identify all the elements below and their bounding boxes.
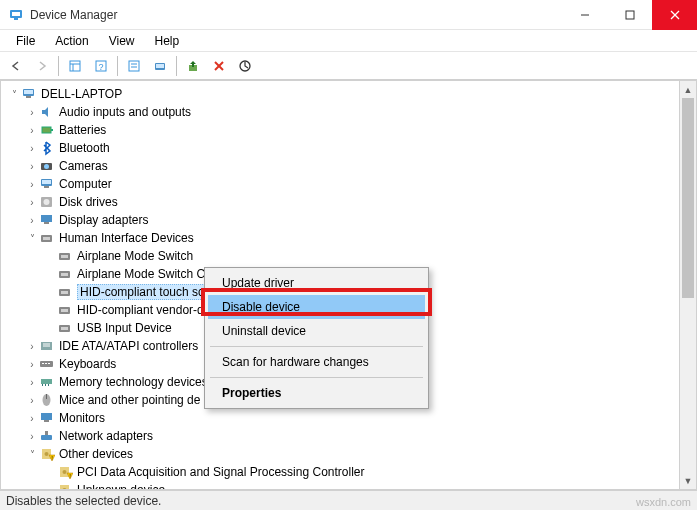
expander-icon[interactable]: › — [25, 395, 39, 406]
tree-category-label: Batteries — [59, 123, 106, 137]
ctx-update-driver[interactable]: Update driver — [208, 271, 425, 295]
disable-button[interactable] — [233, 54, 257, 78]
menu-help[interactable]: Help — [145, 31, 190, 51]
svg-rect-24 — [42, 127, 51, 133]
update-driver-button[interactable] — [181, 54, 205, 78]
expander-icon[interactable]: ˅ — [25, 449, 39, 460]
ctx-properties[interactable]: Properties — [208, 381, 425, 405]
status-bar: Disables the selected device. — [0, 490, 697, 510]
svg-rect-33 — [41, 215, 52, 222]
context-menu: Update driver Disable device Uninstall d… — [204, 267, 429, 409]
maximize-button[interactable] — [607, 0, 652, 30]
expander-icon[interactable]: › — [25, 179, 39, 190]
tree-category[interactable]: › Audio inputs and outputs — [7, 103, 696, 121]
expander-icon[interactable]: › — [25, 359, 39, 370]
expander-icon[interactable]: › — [25, 107, 39, 118]
forward-button[interactable] — [30, 54, 54, 78]
other-icon: ! — [57, 482, 73, 490]
svg-rect-52 — [45, 363, 47, 364]
tree-category[interactable]: ˅ Human Interface Devices — [7, 229, 696, 247]
expander-icon[interactable]: › — [25, 215, 39, 226]
expander-icon[interactable]: › — [25, 161, 39, 172]
ctx-separator — [210, 346, 423, 347]
tree-device[interactable]: ! Unknown device — [7, 481, 696, 490]
tree-category-label: IDE ATA/ATAPI controllers — [59, 339, 198, 353]
vertical-scrollbar[interactable]: ▲ ▼ — [679, 81, 696, 489]
close-button[interactable] — [652, 0, 697, 30]
tree-device-label: USB Input Device — [77, 321, 172, 335]
tree-category[interactable]: › Display adapters — [7, 211, 696, 229]
tree-category[interactable]: › Network adapters — [7, 427, 696, 445]
expander-icon[interactable]: ˅ — [25, 233, 39, 244]
tree-category[interactable]: › Bluetooth — [7, 139, 696, 157]
other-icon: ! — [39, 446, 55, 462]
toolbar: ? — [0, 52, 697, 80]
expander-icon[interactable]: › — [25, 431, 39, 442]
tree-root[interactable]: ˅ DELL-LAPTOP — [7, 85, 696, 103]
svg-rect-63 — [45, 431, 48, 435]
tree-category[interactable]: ˅ ! Other devices — [7, 445, 696, 463]
tree-category-label: Audio inputs and outputs — [59, 105, 191, 119]
scroll-down-button[interactable]: ▼ — [680, 472, 696, 489]
svg-rect-12 — [129, 61, 139, 71]
tree-category[interactable]: › Batteries — [7, 121, 696, 139]
hid-icon — [39, 230, 55, 246]
tree-category[interactable]: › Disk drives — [7, 193, 696, 211]
menu-view[interactable]: View — [99, 31, 145, 51]
back-button[interactable] — [4, 54, 28, 78]
menu-file[interactable]: File — [6, 31, 45, 51]
expander-icon[interactable]: › — [25, 413, 39, 424]
expander-icon[interactable]: › — [25, 197, 39, 208]
tree-category-label: Monitors — [59, 411, 105, 425]
tree-device-label: Unknown device — [77, 483, 165, 490]
tree-device-label: PCI Data Acquisition and Signal Processi… — [77, 465, 364, 479]
tree-device[interactable]: Airplane Mode Switch — [7, 247, 696, 265]
uninstall-button[interactable] — [207, 54, 231, 78]
ctx-uninstall-device[interactable]: Uninstall device — [208, 319, 425, 343]
svg-rect-40 — [61, 273, 68, 276]
svg-rect-54 — [41, 379, 52, 384]
ctx-scan-hardware[interactable]: Scan for hardware changes — [208, 350, 425, 374]
memory-icon — [39, 374, 55, 390]
svg-rect-29 — [42, 180, 51, 184]
svg-rect-55 — [42, 384, 43, 386]
scroll-up-button[interactable]: ▲ — [680, 81, 696, 98]
properties-button[interactable] — [122, 54, 146, 78]
tree-category[interactable]: › Monitors — [7, 409, 696, 427]
device-manager-icon — [8, 7, 24, 23]
tree-device[interactable]: ! PCI Data Acquisition and Signal Proces… — [7, 463, 696, 481]
menubar: File Action View Help — [0, 30, 697, 52]
scan-hardware-button[interactable] — [148, 54, 172, 78]
menu-action[interactable]: Action — [45, 31, 98, 51]
tree-device-label: Airplane Mode Switch — [77, 249, 193, 263]
network-icon — [39, 428, 55, 444]
collapse-icon[interactable]: ˅ — [7, 89, 21, 100]
svg-rect-61 — [44, 420, 49, 422]
disk-icon — [39, 194, 55, 210]
show-hide-tree-button[interactable] — [63, 54, 87, 78]
expander-icon[interactable]: › — [25, 143, 39, 154]
svg-point-69 — [63, 470, 67, 474]
tree-category[interactable]: › Cameras — [7, 157, 696, 175]
expander-icon[interactable]: › — [25, 341, 39, 352]
expander-icon[interactable]: › — [25, 377, 39, 388]
minimize-button[interactable] — [562, 0, 607, 30]
ctx-disable-device[interactable]: Disable device — [208, 295, 425, 319]
expander-icon[interactable]: › — [25, 125, 39, 136]
svg-rect-42 — [61, 291, 68, 294]
ctx-separator — [210, 377, 423, 378]
hid-icon — [57, 248, 73, 264]
tree-category-label: Other devices — [59, 447, 133, 461]
svg-point-27 — [44, 164, 49, 169]
svg-rect-62 — [41, 435, 52, 440]
audio-icon — [39, 104, 55, 120]
svg-rect-16 — [156, 64, 164, 68]
svg-rect-7 — [70, 61, 80, 71]
hid-icon — [57, 266, 73, 282]
svg-rect-57 — [48, 384, 49, 386]
ide-icon — [39, 338, 55, 354]
tree-category[interactable]: › Computer — [7, 175, 696, 193]
scroll-thumb[interactable] — [682, 98, 694, 298]
help-button[interactable]: ? — [89, 54, 113, 78]
svg-rect-60 — [41, 413, 52, 420]
